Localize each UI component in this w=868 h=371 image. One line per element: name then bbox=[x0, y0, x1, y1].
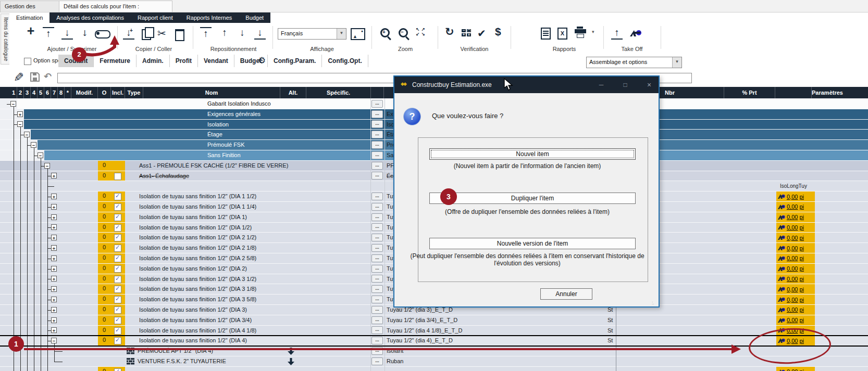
param-cell[interactable]: 0,00pi bbox=[776, 305, 815, 315]
subtab-profit[interactable]: Profit bbox=[170, 55, 198, 67]
expand-icon[interactable]: + bbox=[51, 327, 57, 333]
expand-icon[interactable]: + bbox=[51, 286, 57, 292]
ellipsis-button[interactable]: ... bbox=[371, 131, 383, 138]
param-cell[interactable]: 0,00pi bbox=[776, 233, 815, 242]
incl-checkbox[interactable] bbox=[114, 245, 121, 252]
chevron-down-icon[interactable]: ▾ bbox=[592, 29, 594, 34]
ellipsis-button[interactable]: ... bbox=[371, 254, 383, 262]
expand-icon[interactable]: + bbox=[51, 266, 57, 272]
save-icon[interactable] bbox=[30, 72, 40, 83]
incl-checkbox[interactable] bbox=[114, 265, 121, 273]
expand-icon[interactable]: + bbox=[51, 173, 57, 178]
collapse-icon[interactable]: − bbox=[51, 338, 57, 343]
incl-checkbox[interactable] bbox=[114, 317, 121, 324]
dupliquer-item-button[interactable]: Dupliquer l'item bbox=[429, 193, 636, 204]
param-cell[interactable]: 0,00pi bbox=[776, 315, 815, 325]
param-cell[interactable]: 0,00pi bbox=[776, 284, 815, 294]
calc-grid-icon[interactable]: −▢+× bbox=[462, 29, 471, 37]
sidebar-items-du-catalogue[interactable]: Items du catalogue bbox=[1, 14, 10, 65]
incl-checkbox[interactable] bbox=[114, 234, 121, 241]
ellipsis-button[interactable]: ... bbox=[371, 172, 383, 180]
menu-tab-rapports-internes[interactable]: Rapports Internes bbox=[180, 12, 239, 23]
expand-icon[interactable]: + bbox=[51, 204, 57, 210]
incl-checkbox[interactable] bbox=[114, 224, 121, 232]
expand-icon[interactable]: + bbox=[51, 235, 57, 240]
check-icon[interactable]: ✔ bbox=[477, 27, 486, 40]
param-cell[interactable]: 0,00pi bbox=[776, 202, 815, 212]
ellipsis-button[interactable]: ... bbox=[371, 357, 383, 365]
incl-checkbox[interactable] bbox=[114, 255, 121, 262]
option-special-checkbox[interactable] bbox=[24, 58, 31, 65]
menu-tab-analyses-des-compilations[interactable]: Analyses des compilations bbox=[49, 12, 131, 23]
fit-screen-icon[interactable]: ↖ ↗↙ ↘ bbox=[416, 28, 425, 37]
printer-icon[interactable] bbox=[575, 29, 586, 33]
collapse-icon[interactable]: − bbox=[24, 132, 30, 137]
collapse-icon[interactable]: − bbox=[10, 101, 16, 107]
expand-icon[interactable]: + bbox=[17, 111, 23, 117]
insert-above-icon[interactable]: ↑ bbox=[43, 27, 54, 40]
incl-checkbox[interactable] bbox=[114, 193, 121, 200]
expand-icon[interactable]: + bbox=[51, 255, 57, 261]
ellipsis-button[interactable]: ... bbox=[371, 285, 383, 293]
ellipsis-button[interactable]: ... bbox=[371, 326, 383, 334]
expand-icon[interactable]: + bbox=[51, 194, 57, 199]
incl-checkbox[interactable] bbox=[114, 296, 121, 303]
menu-tab-rapport-client[interactable]: Rapport client bbox=[131, 12, 180, 23]
param-cell[interactable]: 0,00pi bbox=[776, 367, 815, 371]
expand-icon[interactable]: + bbox=[51, 224, 57, 230]
move-up-icon[interactable]: ↑ bbox=[219, 27, 230, 39]
close-icon[interactable]: × bbox=[641, 76, 657, 93]
takeoff-eject-icon[interactable]: ↑ bbox=[611, 27, 623, 40]
ellipsis-button[interactable]: ... bbox=[371, 100, 383, 108]
cut-icon[interactable]: ✂ bbox=[157, 27, 166, 40]
ellipsis-button[interactable]: ... bbox=[371, 203, 383, 211]
assembly-options-combobox[interactable]: Assemblage et options ▼ bbox=[586, 57, 682, 68]
ellipsis-button[interactable]: ... bbox=[371, 337, 383, 344]
table-row[interactable]: 00,00pi bbox=[0, 367, 868, 371]
subtab-config-opt-[interactable]: Config.Opt. bbox=[322, 55, 368, 67]
tab-detail-calculs[interactable]: Détail des calculs pour l'item : 114024× bbox=[59, 1, 172, 12]
collapse-icon[interactable]: − bbox=[17, 121, 23, 127]
move-down-icon[interactable]: ↓ bbox=[237, 27, 248, 39]
ellipsis-button[interactable]: ... bbox=[371, 151, 383, 159]
collapse-icon[interactable]: − bbox=[31, 142, 36, 148]
incl-checkbox[interactable] bbox=[114, 214, 121, 221]
param-cell[interactable]: 0,00pi bbox=[776, 212, 815, 222]
zoom-out-icon[interactable]: − bbox=[399, 28, 408, 37]
refresh-icon[interactable]: ↻ bbox=[445, 25, 454, 38]
ellipsis-button[interactable]: ... bbox=[371, 223, 383, 231]
ellipsis-button[interactable]: ... bbox=[371, 193, 383, 200]
param-cell[interactable]: 0,00pi bbox=[776, 243, 815, 253]
pencil-icon[interactable]: ✎ bbox=[14, 70, 24, 85]
ellipsis-button[interactable]: ... bbox=[371, 306, 383, 314]
table-row[interactable]: VENTURE F.S.K. 2" TUYAUTERIE...Ruban bbox=[0, 356, 868, 367]
param-cell[interactable]: 0,00pi bbox=[776, 295, 815, 304]
table-row[interactable]: +0Isolation de tuyau sans finition 1/2" … bbox=[0, 326, 868, 336]
incl-checkbox[interactable] bbox=[114, 173, 121, 180]
ellipsis-button[interactable]: ... bbox=[371, 275, 383, 283]
maximize-icon[interactable]: □ bbox=[617, 76, 633, 93]
param-cell[interactable]: 0,00pi bbox=[776, 274, 815, 284]
expand-icon[interactable]: + bbox=[51, 297, 57, 302]
incl-checkbox[interactable] bbox=[114, 306, 121, 314]
subtab-admin-[interactable]: Admin. bbox=[137, 55, 170, 67]
param-cell[interactable]: 0,00pi bbox=[776, 253, 815, 263]
subtab-config-param-[interactable]: Config.Param. bbox=[268, 55, 322, 67]
language-combobox[interactable]: Français ▼ bbox=[278, 28, 346, 40]
add-icon[interactable]: + bbox=[25, 25, 36, 36]
ellipsis-button[interactable]: ... bbox=[371, 265, 383, 273]
gear-icon[interactable]: ⚙ bbox=[258, 55, 266, 66]
ellipsis-button[interactable]: ... bbox=[371, 316, 383, 324]
copy-icon[interactable] bbox=[142, 29, 151, 40]
expand-icon[interactable]: + bbox=[51, 307, 57, 313]
undo-icon[interactable]: ↶ bbox=[44, 71, 52, 82]
tab-gestion-des-items[interactable]: Gestion des items× bbox=[0, 1, 64, 12]
param-cell[interactable]: 0,00pi bbox=[776, 191, 815, 201]
expand-icon[interactable]: + bbox=[51, 317, 57, 323]
expand-icon[interactable]: + bbox=[51, 214, 57, 220]
collapse-icon[interactable]: − bbox=[44, 163, 50, 169]
chevron-down-icon[interactable]: ▼ bbox=[672, 57, 681, 68]
insert-below-icon[interactable]: ↓ bbox=[61, 27, 73, 40]
ellipsis-button[interactable]: ... bbox=[371, 244, 383, 252]
incl-checkbox[interactable] bbox=[114, 276, 121, 283]
